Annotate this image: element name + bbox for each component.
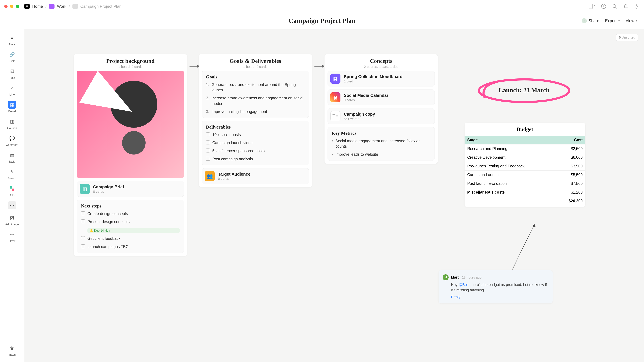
tool-column[interactable]: ▥Column: [4, 116, 20, 131]
card-campaign-copy[interactable]: T≡ Campaign copy561 words: [328, 108, 435, 124]
tool-note[interactable]: ≡Note: [4, 32, 20, 47]
board-icon: ▦: [8, 101, 16, 109]
task-item[interactable]: Launch campaigns TBC: [81, 244, 180, 249]
breadcrumb-doc[interactable]: Campaign Project Plan: [80, 4, 122, 9]
tool-link[interactable]: 🔗Link: [4, 49, 20, 64]
search-icon[interactable]: [612, 3, 618, 9]
table-total-row: $26,200: [464, 197, 585, 205]
card-next-steps[interactable]: Next steps Create design concepts Presen…: [77, 200, 184, 253]
tool-table[interactable]: ▤Table: [4, 150, 20, 165]
comment-body: Hey @Bella here's the budget as promised…: [451, 282, 548, 293]
moodboard-icon: ▦: [330, 73, 340, 84]
tool-trash[interactable]: 🗑Trash: [4, 343, 20, 358]
hero-image[interactable]: [77, 71, 184, 178]
card-social-calendar[interactable]: ◉ Social Media Calendar0 cards: [328, 89, 435, 105]
maximize-window[interactable]: [16, 5, 19, 8]
svg-point-6: [635, 4, 639, 8]
tool-task[interactable]: ☑Task: [4, 66, 20, 81]
card-campaign-brief[interactable]: ▥ Campaign Brief0 cards: [77, 181, 184, 197]
breadcrumb-home[interactable]: Home: [32, 4, 43, 9]
card-moodboard[interactable]: ▦ Spring Collection Moodboard1 card: [328, 71, 435, 86]
card-key-metrics[interactable]: Key Metrics •Social media engagement and…: [328, 127, 435, 161]
minimize-window[interactable]: [10, 5, 14, 8]
tool-comment[interactable]: 💬Comment: [4, 133, 20, 148]
share-button[interactable]: +Share: [582, 18, 599, 23]
work-icon[interactable]: [49, 4, 54, 9]
checkbox-icon[interactable]: [206, 148, 210, 152]
task-item[interactable]: 10 x social posts: [206, 132, 305, 137]
audience-icon: 👥: [204, 171, 215, 181]
color-icon: [8, 185, 16, 193]
arrow-to-budget-icon: [511, 223, 544, 270]
mention[interactable]: @Bella: [458, 283, 470, 287]
table-row[interactable]: Creative Development$6,000: [464, 153, 585, 162]
card-deliverables[interactable]: Deliverables 10 x social posts Campaign …: [202, 121, 309, 165]
home-icon[interactable]: ⌘: [24, 4, 30, 9]
board-goals-deliverables[interactable]: Goals & Deliverables 1 board, 2 cards Go…: [199, 54, 312, 187]
close-window[interactable]: [4, 5, 8, 8]
tool-add-image[interactable]: 🖼Add image: [4, 212, 20, 227]
card-target-audience[interactable]: 👥 Target Audience0 cards: [202, 168, 309, 184]
page-title[interactable]: Campaign Project Plan: [288, 17, 355, 25]
mobile-icon: [589, 4, 592, 9]
table-header: StageCost: [464, 136, 585, 144]
checkbox-icon[interactable]: [206, 140, 210, 144]
checkbox-icon[interactable]: [81, 219, 85, 223]
brief-icon: ▥: [80, 184, 90, 194]
task-item[interactable]: Present design concepts: [81, 219, 180, 224]
card-goals[interactable]: Goals 1.Generate buzz and excitement aro…: [202, 71, 309, 118]
task-item[interactable]: Post campaign analysis: [206, 156, 305, 162]
task-item[interactable]: Campaign launch video: [206, 140, 305, 145]
tool-color[interactable]: Color: [4, 183, 20, 198]
tool-board[interactable]: ▦Board: [4, 99, 20, 114]
top-bar: ⌘ Home / Work / Campaign Project Plan 4 …: [0, 0, 644, 12]
scribble-circle-icon: [476, 76, 573, 105]
help-icon[interactable]: ?: [600, 3, 606, 9]
tool-draw[interactable]: ✏Draw: [4, 229, 20, 244]
doc-icon[interactable]: [72, 4, 78, 9]
breadcrumb-work[interactable]: Work: [57, 4, 66, 9]
sketch-icon: ✎: [8, 168, 16, 176]
budget-card[interactable]: Budget StageCost Research and Planning$2…: [464, 123, 585, 207]
svg-rect-7: [10, 186, 12, 189]
table-row[interactable]: Pre-launch Testing and Feedback$3,500: [464, 162, 585, 171]
table-row[interactable]: Post-launch Evaluation$7,500: [464, 179, 585, 188]
table-icon: ▤: [8, 151, 16, 159]
canvas[interactable]: 0 Unsorted Project background 1 board, 2…: [24, 29, 644, 362]
table-row[interactable]: Miscellaneous costs$1,200: [464, 188, 585, 197]
board-concepts[interactable]: Concepts 2 boards, 1 card, 1 doc ▦ Sprin…: [324, 54, 438, 164]
chevron-down-icon: ▾: [636, 19, 637, 22]
due-badge[interactable]: 🔔 Due 14 Nov: [88, 228, 180, 233]
launch-annotation[interactable]: Launch: 23 March: [479, 79, 569, 101]
checkbox-icon[interactable]: [81, 211, 85, 215]
board-project-background[interactable]: Project background 1 board, 2 cards ▥ Ca…: [74, 54, 187, 256]
checkbox-icon[interactable]: [81, 244, 85, 248]
reply-button[interactable]: Reply: [451, 295, 460, 299]
checkbox-icon[interactable]: [81, 236, 85, 240]
svg-point-3: [613, 4, 616, 7]
trash-icon: 🗑: [8, 344, 16, 352]
task-item[interactable]: 5 x influencer sponsored posts: [206, 148, 305, 153]
tool-more[interactable]: ⋯: [4, 200, 20, 211]
tool-sketch[interactable]: ✎Sketch: [4, 166, 20, 182]
checkbox-icon[interactable]: [206, 157, 210, 161]
comment-card[interactable]: M Marc 18 hours ago Hey @Bella here's th…: [438, 270, 552, 303]
bell-icon[interactable]: [623, 3, 629, 9]
table-row[interactable]: Campaign Launch$5,500: [464, 171, 585, 179]
budget-title: Budget: [464, 123, 585, 136]
unsorted-badge[interactable]: 0 Unsorted: [616, 34, 638, 41]
table-row[interactable]: Research and Planning$2,500: [464, 144, 585, 153]
view-button[interactable]: View▾: [626, 18, 637, 23]
tool-line[interactable]: ↗Line: [4, 83, 20, 98]
device-badge[interactable]: 4: [589, 4, 596, 9]
line-icon: ↗: [8, 84, 16, 92]
checkbox-icon[interactable]: [206, 132, 210, 136]
task-item[interactable]: Create design concepts: [81, 211, 180, 216]
board-title: Concepts: [328, 58, 434, 64]
board-title: Goals & Deliverables: [202, 58, 308, 64]
gear-icon[interactable]: [634, 3, 640, 9]
export-button[interactable]: Export▾: [605, 18, 620, 23]
task-item[interactable]: Get client feedback: [81, 236, 180, 241]
title-bar: Campaign Project Plan +Share Export▾ Vie…: [0, 12, 644, 29]
share-plus-icon: +: [582, 18, 587, 23]
